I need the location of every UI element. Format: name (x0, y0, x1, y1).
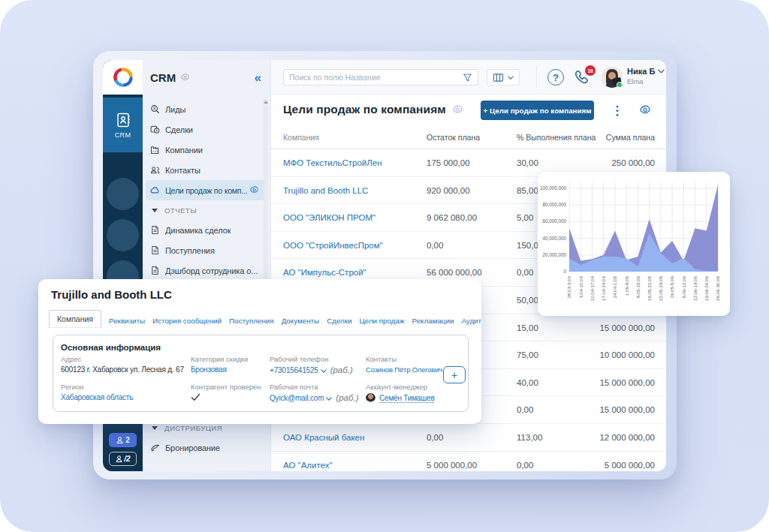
column-header[interactable]: Компания (283, 133, 319, 142)
help-button[interactable]: ? (547, 69, 564, 86)
company-card-tab[interactable]: История сообщений (152, 317, 222, 328)
sidebar-item-label: Компании (165, 146, 203, 155)
rail-item-crm-label: CRM (115, 131, 131, 139)
cell-remainder: 0,00 (427, 433, 443, 442)
sales-area-chart: 020,000,00040,000,00060,000,00080,000,00… (538, 172, 730, 316)
sidebar-item[interactable]: Контакты (143, 160, 270, 180)
cell-company[interactable]: АО "Импульс-Строй" (283, 268, 366, 277)
add-contact-button[interactable]: + (443, 366, 466, 383)
cell-company[interactable]: ООО "СтройИнвесПром" (283, 241, 383, 250)
info-field: РегионХабаровская область (61, 383, 133, 401)
field-value[interactable]: Qyick@mail.com(раб.) (270, 393, 358, 402)
company-card-tab[interactable]: Рекламации (412, 317, 454, 328)
field-value[interactable]: Семён Тимашев (366, 393, 435, 403)
sidebar-item[interactable]: Дэшборд сотрудника о... (143, 260, 270, 281)
chart-axis-label: 22.05-29.05 (658, 275, 663, 301)
chart-axis-label: 100,000,000 (540, 185, 567, 191)
sidebar-item[interactable]: Поступления (143, 240, 270, 260)
chart-axis-label: 28.03-3.04 (566, 275, 571, 298)
doc-icon (150, 266, 160, 275)
sidebar-item[interactable]: Цели продаж по комп... (146, 180, 267, 200)
table-row[interactable]: ОАО Красный бакен0,00113,0012 000 000,00 (271, 424, 666, 452)
sidebar-item-label: Дэшборд сотрудника о... (165, 266, 258, 275)
rail-item-crm[interactable]: CRM (103, 98, 143, 152)
chart-axis-label: 60,000,000 (542, 218, 566, 224)
sidebar-scrollbar[interactable] (264, 99, 268, 279)
cell-company[interactable]: Trujillo and Booth LLC (283, 186, 368, 195)
table-row[interactable]: АО "Алитех"5 000 000,000,005 000 000,00 (271, 452, 666, 471)
sidebar-item-label: Динамика сделок (165, 226, 231, 235)
rail-item-blurred[interactable] (107, 219, 139, 251)
chart-axis-label: 8.05-15.05 (635, 275, 641, 298)
search-input[interactable] (289, 73, 463, 82)
rail-item-blurred[interactable] (107, 178, 139, 210)
cell-percent: 113,00 (517, 433, 542, 442)
sidebar-item[interactable]: Лиды (143, 99, 270, 119)
title-gear-icon[interactable] (452, 104, 463, 116)
company-card-tab[interactable]: Поступления (229, 317, 274, 328)
kebab-menu-button[interactable] (611, 104, 623, 116)
company-card: Trujillo and Booth LLC Компания Реквизит… (38, 279, 481, 424)
cell-company[interactable]: ООО "ЭЛИКОН ПРОМ" (283, 213, 375, 222)
user-name: Ника Б (627, 67, 655, 76)
field-value[interactable]: +73015641525(раб.) (270, 365, 353, 374)
logo[interactable] (103, 60, 143, 95)
filter-funnel-icon[interactable] (463, 73, 472, 83)
company-card-tab[interactable]: Сделки (327, 317, 351, 328)
sidebar-collapse-button[interactable]: « (255, 71, 261, 84)
sidebar-item[interactable]: Сделки (143, 119, 270, 140)
user-avatar[interactable] (602, 67, 623, 88)
sidebar-item[interactable]: Динамика сделок (143, 220, 270, 240)
section-collapse-icon (152, 426, 158, 430)
sidebar-item[interactable]: Бронирование (143, 437, 270, 458)
cell-remainder: 0,00 (427, 241, 443, 250)
chevron-down-icon (508, 76, 514, 80)
column-header[interactable]: Остаток плана (427, 133, 480, 142)
chart-axis-label: 5.06-12.06 (681, 275, 686, 298)
cell-remainder: 9 062 080,00 (427, 213, 477, 222)
cell-company[interactable]: ОАО Красный бакен (283, 433, 364, 442)
rail-licenses-badge-count: /2 (124, 455, 130, 463)
chart-axis-label: 80,000,000 (542, 202, 566, 207)
doc-icon (150, 225, 160, 235)
column-header[interactable]: % Выполнения плана (517, 133, 596, 142)
topbar-divider (536, 66, 537, 89)
sidebar-item-label: Поступления (165, 246, 215, 255)
column-header[interactable]: Сумма плана (606, 133, 655, 142)
companies-icon (150, 145, 160, 155)
cell-company[interactable]: МФО ТекстильСтройЛен (283, 158, 382, 167)
sidebar-section-header[interactable]: ОТЧЕТЫ (143, 200, 270, 220)
field-label: Регион (61, 383, 133, 391)
field-value[interactable]: Хабаровская область (61, 393, 133, 401)
company-card-tab[interactable]: Аудит (461, 317, 481, 328)
company-card-tab[interactable]: Цели продаж (360, 317, 405, 328)
gear-icon[interactable] (180, 73, 190, 83)
field-value[interactable]: Созинов Пётр Олегович (366, 365, 442, 374)
columns-view-button[interactable] (487, 69, 520, 86)
sidebar-item[interactable]: Компании (143, 140, 270, 160)
chart-axis-label: 26.06-30.06 (715, 275, 720, 301)
tab-company-active[interactable]: Компания (49, 310, 101, 328)
rail-licenses-badge[interactable]: /2 (109, 452, 137, 466)
sidebar-section-label: ДИСТРИБУЦИЯ (164, 424, 222, 432)
chart-axis-label: 12.06-19.06 (692, 275, 698, 301)
table-settings-gear-icon[interactable] (639, 104, 651, 116)
gear-icon[interactable] (249, 185, 259, 195)
field-value[interactable]: Бронзовая (191, 365, 248, 374)
contacts-icon (150, 165, 160, 175)
field-label: Рабочий телефон (270, 355, 353, 363)
section-collapse-icon (152, 209, 158, 212)
company-info-title: Основная информация (61, 343, 161, 352)
cell-sum: 15 000 000,00 (599, 323, 655, 332)
user-menu[interactable]: Ника Б Elma (627, 67, 665, 86)
company-card-tab[interactable]: Документы (282, 317, 320, 328)
phone-button[interactable]: 18 (573, 69, 591, 87)
info-field: Рабочий телефон+73015641525(раб.) (270, 355, 353, 374)
create-goal-button[interactable]: + Цели продаж по компаниям (481, 101, 594, 120)
chart-axis-label: 19.06-26.06 (704, 275, 709, 301)
chart-axis-label: 29.05-5.06 (669, 275, 674, 298)
chevron-down-icon (658, 69, 665, 74)
rail-users-badge[interactable]: 2 (109, 433, 137, 447)
cell-company[interactable]: АО "Алитех" (283, 461, 333, 470)
company-card-tab[interactable]: Реквизиты (109, 317, 145, 328)
